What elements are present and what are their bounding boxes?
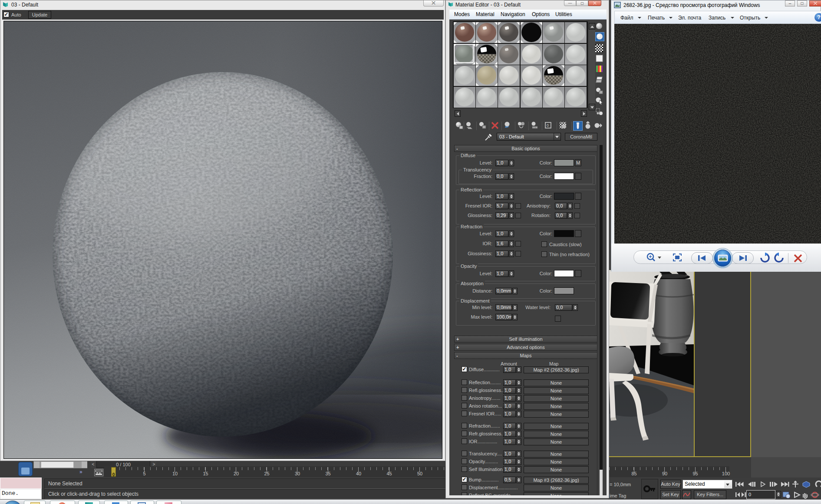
svg-text:0: 0 <box>547 123 549 128</box>
